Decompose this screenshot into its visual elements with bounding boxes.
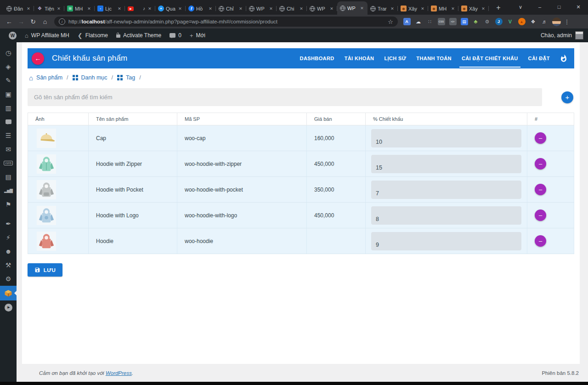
new-content-menu[interactable]: +Mới <box>186 28 209 42</box>
browser-menu-icon[interactable]: ⋮ <box>563 18 571 25</box>
browser-tab[interactable]: fHồ✕ <box>186 2 216 15</box>
nav-payments[interactable]: THANH TOÁN <box>411 48 457 68</box>
sidebar-marketing[interactable]: ⚑ <box>0 198 17 211</box>
wp-logo-menu[interactable]: W <box>5 28 21 42</box>
sidebar-users[interactable]: ☻ <box>0 244 17 258</box>
browser-tab[interactable]: WP✕ <box>246 2 277 15</box>
tab-close-icon[interactable]: ✕ <box>238 6 243 11</box>
breadcrumb-tags-link[interactable]: Tag <box>126 74 135 81</box>
browser-tab[interactable]: ❖Tiện✕ <box>34 2 64 15</box>
plant-extension-icon[interactable]: ♣ <box>470 16 481 27</box>
browser-tab[interactable]: Đăn✕ <box>4 2 34 15</box>
window-chevron-icon[interactable]: ∨ <box>511 0 530 14</box>
gear-extension-icon[interactable]: ⚙ <box>482 16 492 27</box>
browser-tab[interactable]: ☻Xây✕ <box>458 2 489 15</box>
sidebar-tools[interactable]: ⚒ <box>0 258 17 272</box>
wordpress-link[interactable]: WordPress <box>106 370 132 376</box>
browser-tab[interactable]: WP✕ <box>307 2 337 15</box>
translate-extension-icon[interactable]: A <box>401 16 412 27</box>
sidebar-contact[interactable]: ✉ <box>0 142 17 156</box>
browser-profile-avatar[interactable] <box>552 17 561 26</box>
site-info-icon[interactable]: i <box>59 18 65 25</box>
browser-tab[interactable]: ✦Qua✕ <box>155 2 186 15</box>
discount-input[interactable] <box>371 206 521 225</box>
tab-close-icon[interactable]: ✕ <box>117 6 122 11</box>
remove-row-button[interactable]: – <box>535 158 546 170</box>
vue-devtools-icon[interactable]: V <box>505 16 515 27</box>
tab-close-icon[interactable]: ✕ <box>329 6 334 11</box>
sidebar-wp-affiliate-active[interactable] <box>0 286 17 300</box>
tab-close-icon[interactable]: ✕ <box>147 6 153 11</box>
bookmark-star-icon[interactable]: ☆ <box>388 18 393 25</box>
new-tab-button[interactable]: + <box>492 2 504 14</box>
sidebar-plugins[interactable]: ⚡ <box>0 231 17 244</box>
nav-commission-settings[interactable]: CÀI ĐẶT CHIẾT KHẤU <box>457 48 523 68</box>
discount-input[interactable] <box>371 232 521 250</box>
add-button[interactable]: + <box>561 91 573 103</box>
window-close-button[interactable]: ✕ <box>569 0 588 14</box>
home-button[interactable]: ⌂ <box>40 16 51 27</box>
css-extension-icon[interactable]: CSS <box>436 16 447 27</box>
browser-tab[interactable]: Chi✕ <box>277 2 307 15</box>
extensions-puzzle-icon[interactable]: ❖ <box>528 16 538 27</box>
tab-close-icon[interactable]: ✕ <box>359 6 365 11</box>
discount-input[interactable] <box>371 155 521 173</box>
admin-account-menu[interactable]: Chào, admin <box>541 31 583 40</box>
back-button[interactable]: ← <box>4 16 15 27</box>
browser-tab[interactable]: Chỉ✕ <box>216 2 246 15</box>
tab-close-icon[interactable]: ✕ <box>299 6 304 11</box>
browser-tab[interactable]: ▪Lịc✕ <box>95 2 125 15</box>
window-maximize-button[interactable]: □ <box>549 0 569 14</box>
tab-close-icon[interactable]: ✕ <box>420 6 425 11</box>
flatsome-menu[interactable]: ❮Flatsome <box>74 28 112 42</box>
forward-button[interactable]: → <box>16 16 27 27</box>
sidebar-settings[interactable]: ⚙ <box>0 272 17 286</box>
browser-tab-active[interactable]: WP✕ <box>337 1 368 15</box>
fox-extension-icon[interactable]: ▲ <box>516 16 527 27</box>
browser-tab[interactable]: ⊞MH✕ <box>64 2 95 15</box>
remove-row-button[interactable]: – <box>535 209 546 221</box>
sidebar-verb-plugin[interactable]: VERB <box>0 156 17 170</box>
sidebar-collapse[interactable]: ▶ <box>0 300 17 314</box>
tab-close-icon[interactable]: ✕ <box>268 6 274 11</box>
cloud-extension-icon[interactable]: ☁ <box>413 16 424 27</box>
sidebar-archive[interactable]: ▤ <box>0 170 17 184</box>
tab-close-icon[interactable]: ✕ <box>56 6 62 11</box>
browser-tab[interactable]: ▶♪✕ <box>125 2 155 15</box>
remove-row-button[interactable]: – <box>535 235 546 247</box>
back-circle-button[interactable]: ← <box>32 52 44 65</box>
sidebar-comments[interactable] <box>0 115 17 129</box>
sidebar-pages[interactable]: ▥ <box>0 101 17 115</box>
tab-close-icon[interactable]: ✕ <box>26 6 31 11</box>
save-button[interactable]: LƯU <box>28 263 62 277</box>
nav-accounts[interactable]: TÀI KHOẢN <box>339 48 379 68</box>
nav-settings[interactable]: CÀI ĐẶT <box>523 48 555 68</box>
sidebar-analytics[interactable]: ▂▅▇ <box>0 184 17 198</box>
browser-tab[interactable]: ☻Xây✕ <box>398 2 428 15</box>
site-name-menu[interactable]: ⌂WP Affiliate MH <box>21 28 74 42</box>
reload-button[interactable]: ↻ <box>28 16 39 27</box>
sidebar-media[interactable]: ▣ <box>0 87 17 101</box>
reader-extension-icon[interactable]: ▤ <box>459 16 469 27</box>
nav-dashboard[interactable]: DASHBOARD <box>295 48 339 68</box>
remove-row-button[interactable]: – <box>535 132 546 144</box>
tab-close-icon[interactable]: ✕ <box>450 6 456 11</box>
search-input[interactable] <box>28 88 542 106</box>
browser-tab[interactable]: Trar✕ <box>368 2 398 15</box>
sidebar-dashboard[interactable]: ◷ <box>0 46 17 60</box>
sidebar-flatsome[interactable]: ◈ <box>0 60 17 74</box>
browser-tab[interactable]: ☻MH✕ <box>428 2 458 15</box>
discount-input[interactable] <box>371 181 521 199</box>
tab-close-icon[interactable]: ✕ <box>86 6 92 11</box>
window-minimize-button[interactable]: – <box>530 0 549 14</box>
sidebar-appearance[interactable]: ✒ <box>0 217 17 231</box>
address-bar[interactable]: i http://localhost/aff-new/wp-admin/admi… <box>54 17 398 27</box>
discount-input[interactable] <box>371 129 521 147</box>
tab-close-icon[interactable]: ✕ <box>481 6 486 11</box>
code-extension-icon[interactable]: </> <box>447 16 458 27</box>
activate-theme-menu[interactable]: Activate Theme <box>112 28 165 42</box>
jquery-extension-icon[interactable]: J <box>493 16 504 27</box>
dots-grid-extension-icon[interactable]: ∷ <box>424 16 435 27</box>
sidebar-menu-list[interactable]: ☰ <box>0 129 17 142</box>
tab-close-icon[interactable]: ✕ <box>208 6 213 11</box>
